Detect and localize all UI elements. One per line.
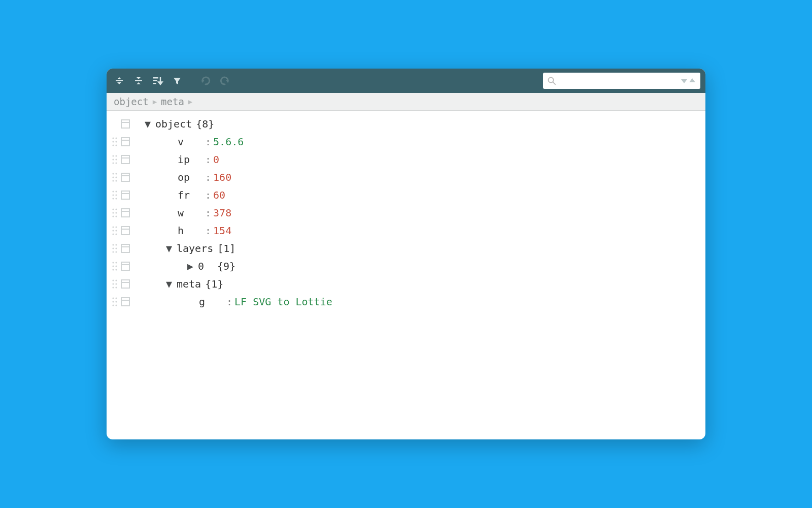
svg-point-66: [115, 287, 117, 288]
drag-handle-icon[interactable]: [111, 296, 119, 307]
tree-value: 5.6.6: [213, 136, 244, 148]
svg-point-52: [115, 247, 117, 249]
tree-key: layers: [177, 242, 213, 255]
row-menu-button[interactable]: [121, 226, 130, 235]
tree-key: 0: [198, 260, 213, 272]
svg-point-25: [112, 173, 114, 174]
drag-handle-icon[interactable]: [111, 154, 119, 165]
tree-count: {1}: [205, 278, 223, 290]
svg-rect-0: [116, 80, 123, 81]
breadcrumb-segment[interactable]: object: [114, 96, 149, 107]
tree-node-root[interactable]: ▼ object {8}: [107, 115, 705, 133]
breadcrumb-segment[interactable]: meta: [161, 96, 184, 107]
svg-point-32: [115, 190, 117, 192]
colon: :: [205, 153, 211, 166]
svg-point-40: [115, 212, 117, 213]
svg-point-56: [115, 262, 117, 263]
svg-point-69: [112, 301, 114, 302]
row-menu-button[interactable]: [121, 119, 130, 129]
drag-handle-icon[interactable]: [111, 278, 119, 290]
sort-button[interactable]: [150, 73, 165, 88]
tree-count: {8}: [196, 118, 214, 130]
tree-row[interactable]: op : 160: [107, 168, 705, 186]
tree-node-meta[interactable]: ▼ meta {1}: [107, 275, 705, 293]
tree-node-layers[interactable]: ▼ layers [1]: [107, 239, 705, 257]
svg-point-62: [115, 279, 117, 281]
svg-point-34: [115, 194, 117, 196]
svg-point-17: [112, 144, 114, 146]
svg-point-36: [115, 198, 117, 199]
caret-down-icon[interactable]: ▼: [164, 242, 174, 255]
row-menu-button[interactable]: [121, 208, 130, 217]
row-menu-button[interactable]: [121, 173, 130, 182]
tree-row[interactable]: h : 154: [107, 221, 705, 239]
svg-line-6: [553, 82, 556, 85]
tree-value: LF SVG to Lottie: [234, 296, 332, 308]
svg-point-60: [115, 269, 117, 270]
svg-point-33: [112, 194, 114, 196]
search-next-icon[interactable]: [680, 77, 688, 84]
drag-handle-icon[interactable]: [111, 243, 119, 254]
tree-value: 378: [213, 207, 231, 219]
svg-point-46: [115, 230, 117, 231]
svg-rect-2: [153, 77, 158, 79]
svg-point-28: [115, 176, 117, 178]
tree-row[interactable]: v : 5.6.6: [107, 133, 705, 150]
filter-button[interactable]: [170, 73, 185, 88]
row-menu-button[interactable]: [121, 297, 130, 306]
colon: :: [205, 207, 211, 219]
search-prev-icon[interactable]: [688, 77, 696, 84]
svg-point-58: [115, 265, 117, 267]
drag-handle-icon[interactable]: [111, 225, 119, 236]
svg-point-50: [115, 244, 117, 245]
svg-point-31: [112, 190, 114, 192]
svg-point-61: [112, 279, 114, 281]
row-menu-button[interactable]: [121, 190, 130, 200]
search-input[interactable]: [559, 76, 677, 85]
row-menu-button[interactable]: [121, 137, 130, 146]
drag-handle-icon[interactable]: [111, 189, 119, 201]
row-menu-button[interactable]: [121, 155, 130, 164]
row-menu-button[interactable]: [121, 262, 130, 271]
row-menu-button[interactable]: [121, 244, 130, 253]
caret-down-icon[interactable]: ▼: [164, 278, 174, 290]
svg-point-57: [112, 265, 114, 267]
search-box[interactable]: [543, 73, 700, 89]
caret-down-icon[interactable]: ▼: [143, 118, 152, 130]
caret-right-icon[interactable]: ▶: [186, 260, 195, 272]
tree-key: w: [178, 207, 203, 219]
svg-point-65: [112, 287, 114, 288]
collapse-all-button[interactable]: [131, 73, 146, 88]
svg-point-47: [112, 233, 114, 235]
json-tree: ▼ object {8} v : 5.6.6: [107, 111, 705, 439]
svg-point-63: [112, 283, 114, 284]
svg-point-68: [115, 297, 117, 299]
tree-row[interactable]: ip : 0: [107, 150, 705, 168]
tree-key: h: [178, 225, 203, 237]
tree-node-layers-0[interactable]: ▶ 0 {9}: [107, 257, 705, 275]
svg-point-21: [112, 158, 114, 160]
chevron-right-icon: ▶: [153, 98, 157, 106]
svg-point-37: [112, 208, 114, 210]
svg-point-71: [112, 304, 114, 306]
tree-row[interactable]: w : 378: [107, 204, 705, 221]
drag-handle-icon[interactable]: [111, 172, 119, 183]
expand-all-button[interactable]: [112, 73, 127, 88]
drag-handle-icon[interactable]: [111, 136, 119, 147]
svg-point-72: [115, 304, 117, 306]
tree-count: {9}: [217, 260, 235, 272]
svg-point-30: [115, 180, 117, 181]
svg-point-15: [112, 141, 114, 142]
svg-point-22: [115, 158, 117, 160]
editor-window: object ▶ meta ▶ ▼ object {8}: [107, 69, 705, 439]
tree-row[interactable]: g : LF SVG to Lottie: [107, 293, 705, 310]
row-menu-button[interactable]: [121, 279, 130, 289]
drag-handle-icon[interactable]: [111, 261, 119, 272]
drag-handle-icon[interactable]: [111, 207, 119, 218]
toolbar: [107, 69, 705, 93]
redo-button[interactable]: [217, 73, 232, 88]
svg-point-13: [112, 137, 114, 139]
tree-value: 160: [213, 171, 231, 183]
tree-row[interactable]: fr : 60: [107, 186, 705, 204]
undo-button[interactable]: [198, 73, 213, 88]
